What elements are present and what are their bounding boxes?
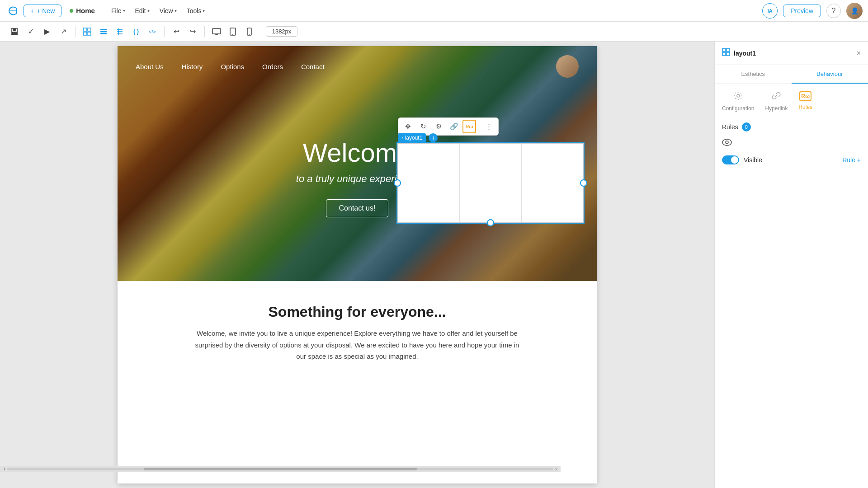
- resize-handle-right[interactable]: [580, 179, 587, 187]
- layout-add-button[interactable]: +: [429, 133, 438, 142]
- scroll-thumb[interactable]: [144, 468, 417, 470]
- sub-tab-rules[interactable]: Rω Rules: [798, 91, 812, 113]
- top-nav: + + New Home File ▾ Edit ▾ View ▾ Tools …: [0, 0, 868, 22]
- data-button[interactable]: [113, 24, 127, 39]
- redo-button[interactable]: ↪: [185, 24, 200, 39]
- view-menu[interactable]: View ▾: [155, 5, 181, 17]
- nav-menu: File ▾ Edit ▾ View ▾ Tools ▾: [107, 5, 209, 17]
- toggle-left: Visible: [722, 155, 762, 164]
- hero-cta-button[interactable]: Contact us!: [326, 199, 389, 217]
- horizontal-scrollbar[interactable]: ‹ ›: [0, 466, 561, 472]
- toolbar-separator-2: [164, 26, 165, 37]
- resize-handle-left[interactable]: [394, 179, 401, 187]
- toggle-knob: [731, 156, 738, 164]
- edit-label: Edit: [135, 7, 146, 14]
- nav-link-history[interactable]: History: [182, 63, 203, 70]
- toolbar: ✓ ▶ ↗ { } </> ↩ ↪ 1382px: [0, 22, 868, 42]
- toggle-row: Visible Rule +: [722, 155, 861, 164]
- rules-label: Rules: [722, 123, 738, 131]
- style-button[interactable]: { }: [129, 24, 143, 39]
- content-title: Something for everyone...: [136, 304, 579, 320]
- nav-link-contact[interactable]: Contact: [301, 63, 325, 70]
- home-tab[interactable]: Home: [65, 7, 99, 14]
- content-section: Something for everyone... Welcome, we in…: [118, 281, 597, 380]
- nav-link-about[interactable]: About Us: [136, 63, 164, 70]
- canvas-area[interactable]: About Us History Options Orders Contact: [0, 42, 714, 488]
- play-button[interactable]: ▶: [40, 24, 54, 39]
- add-rule-button[interactable]: Rule +: [842, 156, 861, 164]
- nav-right: IA Preview ? 👤: [762, 3, 863, 19]
- nav-link-orders[interactable]: Orders: [262, 63, 283, 70]
- home-status-dot: [70, 9, 73, 13]
- configuration-icon: [734, 91, 743, 103]
- tab-esthetics[interactable]: Esthetics: [715, 65, 792, 84]
- nav-link-options[interactable]: Options: [221, 63, 244, 70]
- sub-tab-configuration[interactable]: Configuration: [722, 91, 754, 113]
- tools-chevron-icon: ▾: [203, 8, 205, 13]
- plus-icon: +: [30, 7, 34, 14]
- svg-point-27: [722, 139, 731, 145]
- tab-behaviour[interactable]: Behaviour: [792, 65, 868, 84]
- resize-handle-bottom[interactable]: [487, 219, 494, 226]
- et-separator: [479, 122, 479, 131]
- user-avatar[interactable]: 👤: [846, 3, 863, 19]
- panel-close-button[interactable]: ×: [857, 49, 861, 57]
- main-layout: About Us History Options Orders Contact: [0, 42, 868, 488]
- mobile-view-button[interactable]: [242, 24, 256, 39]
- px-display[interactable]: 1382px: [266, 26, 297, 37]
- scroll-right-arrow[interactable]: ›: [553, 466, 559, 472]
- element-toolbar: ✥ ↻ ⚙ 🔗 Rω ⋮: [398, 117, 499, 136]
- export-button[interactable]: ↗: [56, 24, 71, 39]
- tablet-view-button[interactable]: [226, 24, 240, 39]
- svg-rect-6: [84, 32, 87, 35]
- desktop-view-button[interactable]: [209, 24, 224, 39]
- svg-point-28: [726, 141, 728, 144]
- undo-button[interactable]: ↩: [169, 24, 184, 39]
- preview-user-avatar[interactable]: [556, 55, 579, 78]
- tools-menu[interactable]: Tools ▾: [182, 5, 210, 17]
- rotate-tool-button[interactable]: ↻: [416, 120, 430, 133]
- svg-point-19: [232, 34, 233, 35]
- save-button[interactable]: [7, 24, 22, 39]
- website-preview: About Us History Options Orders Contact: [118, 46, 597, 483]
- svg-rect-3: [12, 32, 17, 35]
- file-menu[interactable]: File ▾: [107, 5, 130, 17]
- move-tool-button[interactable]: ✥: [401, 120, 415, 133]
- rules-tool-button[interactable]: Rω: [462, 120, 476, 133]
- ia-label: IA: [768, 8, 773, 14]
- more-tool-button[interactable]: ⋮: [482, 120, 495, 133]
- visibility-icon[interactable]: [722, 139, 861, 148]
- layers-button[interactable]: [96, 24, 111, 39]
- svg-rect-22: [722, 48, 726, 52]
- visible-label: Visible: [744, 156, 762, 164]
- preview-nav: About Us History Options Orders Contact: [118, 46, 597, 87]
- rules-count-badge: 0: [742, 122, 751, 131]
- layout-tag[interactable]: ‹ layout1: [398, 133, 426, 142]
- check-button[interactable]: ✓: [24, 24, 38, 39]
- hero-title: Welcome: [303, 137, 412, 168]
- edit-menu[interactable]: Edit ▾: [131, 5, 154, 17]
- svg-point-21: [249, 34, 250, 35]
- code-button[interactable]: </>: [145, 24, 160, 39]
- settings-tool-button[interactable]: ⚙: [432, 120, 445, 133]
- ia-button[interactable]: IA: [762, 3, 778, 19]
- scroll-left-arrow[interactable]: ‹: [2, 466, 7, 472]
- sub-tab-hyperlink[interactable]: Hyperlink: [765, 91, 788, 113]
- tools-label: Tools: [187, 7, 202, 14]
- logo-icon[interactable]: [5, 4, 20, 18]
- svg-rect-7: [88, 32, 91, 35]
- preview-button[interactable]: Preview: [783, 5, 821, 17]
- panel-tabs: Esthetics Behaviour: [715, 65, 868, 84]
- component-button[interactable]: [80, 24, 94, 39]
- selected-layout[interactable]: [396, 142, 585, 224]
- new-button[interactable]: + + New: [24, 5, 61, 17]
- svg-rect-10: [100, 33, 107, 34]
- visible-toggle[interactable]: [722, 155, 739, 164]
- scroll-track[interactable]: [7, 468, 553, 470]
- right-panel: layout1 × Esthetics Behaviour: [714, 42, 868, 488]
- help-button[interactable]: ?: [826, 4, 841, 18]
- svg-point-26: [737, 94, 740, 97]
- panel-content: Configuration Hyperlink Rω Rules: [715, 84, 868, 488]
- link-tool-button[interactable]: 🔗: [447, 120, 461, 133]
- panel-grid-icon: [722, 48, 730, 58]
